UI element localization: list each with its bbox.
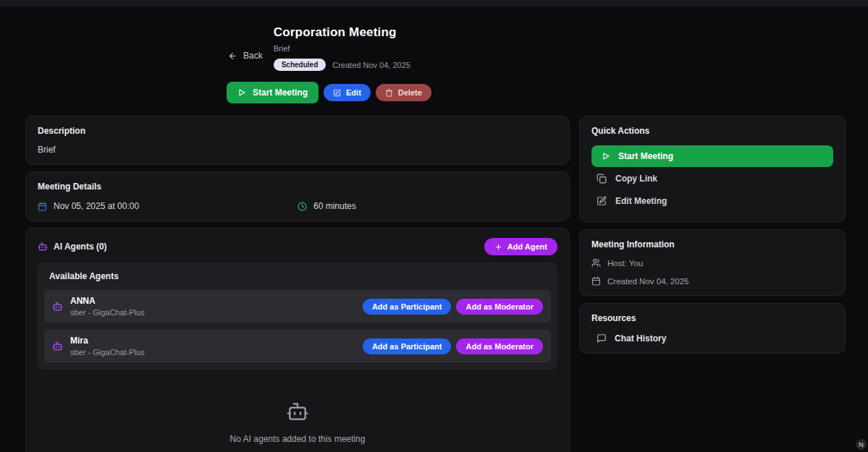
edit-button[interactable]: Edit: [324, 84, 371, 101]
quick-start-label: Start Meeting: [618, 151, 673, 161]
agent-actions: Add as Participant Add as Moderator: [363, 299, 543, 315]
edit-label: Edit: [346, 88, 361, 97]
meeting-details-title: Meeting Details: [38, 182, 557, 192]
ai-agents-header: AI Agents (0) Add Agent: [38, 238, 557, 255]
bot-icon: [38, 400, 557, 423]
clock-icon: [298, 202, 307, 211]
meeting-information-card: Meeting Information Host: You Created No…: [579, 229, 846, 296]
page-subtitle: Brief: [274, 44, 410, 53]
edit-icon: [597, 196, 607, 206]
meeting-details-row: Nov 05, 2025 at 00:00 60 minutes: [38, 201, 557, 211]
back-button[interactable]: Back: [228, 40, 263, 71]
add-as-moderator-button[interactable]: Add as Moderator: [456, 338, 543, 354]
description-card: Description Brief: [25, 116, 570, 165]
resources-title: Resources: [591, 313, 833, 323]
agent-text: ANNA sber - GigaChat-Plus: [70, 296, 145, 317]
agent-name: ANNA: [70, 296, 145, 306]
quick-actions-card: Quick Actions Start Meeting Copy Link Ed…: [579, 116, 846, 222]
main-content: Description Brief Meeting Details Nov 05…: [25, 116, 846, 452]
agents-empty-state: No AI agents added to this meeting Add F…: [38, 400, 557, 452]
edit-meeting-label: Edit Meeting: [615, 196, 667, 206]
top-bar: [0, 0, 868, 7]
duration-item: 60 minutes: [298, 201, 557, 211]
agent-row-mira: Mira sber - GigaChat-Plus Add as Partici…: [44, 330, 551, 362]
ai-agents-title: AI Agents (0): [54, 242, 107, 252]
agent-model: sber - GigaChat-Plus: [70, 348, 145, 357]
add-agent-button[interactable]: Add Agent: [484, 238, 557, 255]
created-row: Created Nov 04, 2025: [591, 276, 833, 286]
available-agents-title: Available Agents: [44, 270, 551, 283]
start-meeting-button[interactable]: Start Meeting: [227, 82, 319, 103]
add-as-participant-button[interactable]: Add as Participant: [363, 299, 452, 315]
copy-icon: [597, 174, 607, 184]
bot-icon: [38, 242, 48, 252]
meeting-details-card: Meeting Details Nov 05, 2025 at 00:00 60…: [25, 171, 570, 221]
agent-info: ANNA sber - GigaChat-Plus: [52, 296, 145, 317]
back-label: Back: [243, 51, 263, 61]
host-row: Host: You: [591, 258, 833, 268]
host-text: Host: You: [607, 259, 643, 268]
start-meeting-label: Start Meeting: [253, 88, 308, 98]
users-icon: [591, 258, 601, 268]
cursor-indicator: N: [856, 439, 867, 450]
created-info-text: Created Nov 04, 2025: [607, 277, 689, 286]
agent-text: Mira sber - GigaChat-Plus: [70, 336, 145, 357]
calendar-icon: [591, 276, 601, 286]
chat-icon: [597, 333, 607, 344]
left-column: Description Brief Meeting Details Nov 05…: [25, 116, 570, 452]
badge-row: Scheduled Created Nov 04, 2025: [274, 59, 410, 71]
quick-actions-title: Quick Actions: [591, 126, 833, 136]
edit-icon: [333, 89, 341, 97]
agent-info: Mira sber - GigaChat-Plus: [52, 336, 145, 357]
copy-link-button[interactable]: Copy Link: [591, 167, 833, 189]
add-as-participant-button[interactable]: Add as Participant: [363, 338, 452, 354]
add-agent-label: Add Agent: [507, 242, 547, 251]
chat-history-label: Chat History: [615, 333, 666, 344]
header-actions: Start Meeting Edit Delete: [227, 82, 868, 103]
ai-agents-title-wrap: AI Agents (0): [38, 242, 107, 252]
meeting-header: Back Corporation Meeting Brief Scheduled…: [228, 25, 868, 71]
agent-row-anna: ANNA sber - GigaChat-Plus Add as Partici…: [44, 290, 551, 323]
plus-icon: [494, 243, 502, 251]
title-block: Corporation Meeting Brief Scheduled Crea…: [274, 25, 410, 71]
bot-icon: [52, 341, 63, 351]
quick-start-meeting-button[interactable]: Start Meeting: [591, 145, 833, 167]
datetime-text: Nov 05, 2025 at 00:00: [54, 201, 139, 211]
empty-state-text: No AI agents added to this meeting: [38, 434, 557, 444]
page-title: Corporation Meeting: [274, 25, 410, 40]
description-body: Brief: [38, 145, 557, 155]
bot-icon: [52, 301, 63, 312]
agent-actions: Add as Participant Add as Moderator: [363, 338, 543, 354]
available-agents-box: Available Agents ANNA sber - GigaChat-Pl…: [38, 263, 557, 370]
play-icon: [237, 88, 246, 97]
chat-history-button[interactable]: Chat History: [591, 333, 833, 344]
calendar-icon: [38, 202, 47, 211]
duration-text: 60 minutes: [313, 201, 356, 211]
trash-icon: [385, 89, 393, 97]
add-as-moderator-button[interactable]: Add as Moderator: [456, 299, 543, 315]
resources-card: Resources Chat History: [579, 303, 846, 354]
play-icon: [602, 152, 610, 161]
right-sidebar: Quick Actions Start Meeting Copy Link Ed…: [579, 116, 846, 354]
arrow-left-icon: [228, 51, 237, 61]
edit-meeting-button[interactable]: Edit Meeting: [591, 189, 833, 212]
datetime-item: Nov 05, 2025 at 00:00: [38, 201, 298, 211]
delete-label: Delete: [398, 88, 422, 97]
agent-name: Mira: [70, 336, 145, 346]
delete-button[interactable]: Delete: [376, 84, 431, 101]
created-text: Created Nov 04, 2025: [332, 61, 410, 69]
description-title: Description: [38, 126, 557, 136]
ai-agents-card: AI Agents (0) Add Agent Available Agents: [25, 228, 570, 452]
meeting-information-title: Meeting Information: [591, 239, 833, 250]
copy-link-label: Copy Link: [615, 174, 657, 184]
status-badge: Scheduled: [274, 59, 326, 71]
agent-model: sber - GigaChat-Plus: [70, 308, 145, 317]
